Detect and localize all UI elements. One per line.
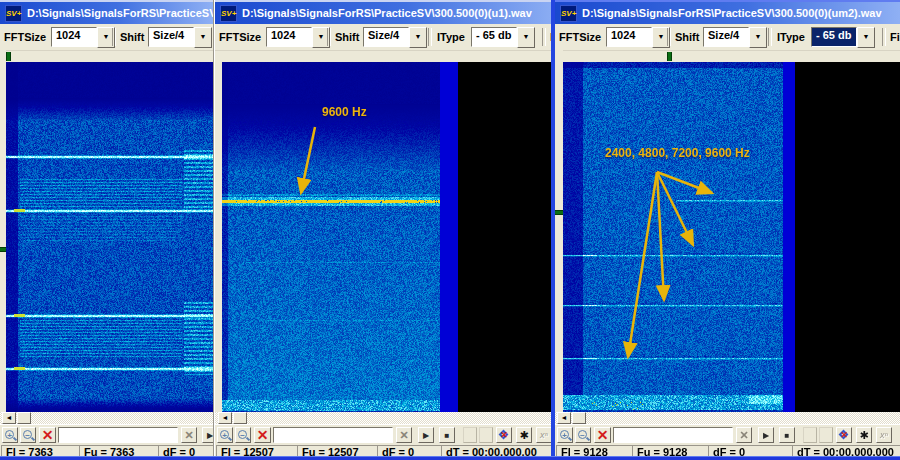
spectrogram-window-1: SV+ D:\Signals\SignalsForRS\PracticeSV\ …: [0, 0, 213, 457]
zoom-in-button[interactable]: +: [2, 427, 18, 443]
window-title: D:\Signals\SignalsForRS\PracticeSV\300.5…: [242, 7, 532, 19]
play-button[interactable]: ▶: [202, 427, 213, 443]
exponent-button[interactable]: xⁿ: [536, 427, 552, 443]
shift-value: Size/4: [703, 27, 749, 47]
clear-zoom-button[interactable]: ✕: [594, 427, 611, 443]
stop-button[interactable]: ■: [439, 427, 455, 443]
itype-combobox[interactable]: - 65 db ▼: [471, 27, 535, 46]
fftsize-combobox[interactable]: 1024 ▼: [266, 27, 330, 46]
toolbar-separator: [542, 28, 546, 46]
chevron-down-icon[interactable]: ▼: [409, 27, 427, 48]
star-marker-button[interactable]: ✱: [516, 427, 532, 443]
fftsize-label: FFTSize: [219, 31, 261, 43]
cut-selection-button[interactable]: ✕: [181, 427, 197, 443]
zoom-toolbar: + − ✕ ✕ ▶ ■ ✕ ✱ xⁿ: [215, 424, 560, 446]
fftsize-label: FFTSize: [4, 31, 46, 43]
shift-label: Shift: [675, 31, 699, 43]
itype-combobox[interactable]: - 65 db ▼: [811, 27, 875, 46]
scroll-left-button[interactable]: ◄: [557, 412, 571, 424]
play-button[interactable]: ▶: [418, 427, 434, 443]
toolbar: FFTSize 1024 ▼ Shift Size/4 ▼ IType - 65…: [215, 24, 560, 51]
zoom-in-icon: +: [218, 428, 232, 442]
titlebar[interactable]: SV+ D:\Signals\SignalsForRS\PracticeSV\3…: [215, 2, 560, 24]
cut-selection-button[interactable]: ✕: [396, 427, 412, 443]
zoom-in-button[interactable]: +: [217, 427, 233, 443]
left-gutter: [555, 50, 563, 412]
zoom-out-button[interactable]: −: [20, 427, 36, 443]
horizontal-scrollbar[interactable]: ◄: [0, 412, 213, 424]
app-icon: SV+: [560, 5, 577, 22]
titlebar[interactable]: SV+ D:\Signals\SignalsForRS\PracticeSV\: [0, 2, 213, 24]
app-icon: SV+: [5, 5, 22, 22]
blank-button[interactable]: [479, 427, 493, 443]
zoom-out-button[interactable]: −: [235, 427, 251, 443]
titlebar[interactable]: SV+ D:\Signals\SignalsForRS\PracticeSV\3…: [555, 2, 900, 24]
marker-target-button[interactable]: ✕: [496, 427, 512, 443]
chevron-down-icon[interactable]: ▼: [749, 27, 767, 48]
star-icon: ✱: [859, 429, 868, 441]
shift-label: Shift: [120, 31, 144, 43]
fftsize-value: 1024: [266, 27, 312, 47]
zoom-toolbar: + − ✕ ✕ ▶ ■ ✕ ✱ xⁿ: [555, 424, 900, 446]
toolbar: FFTSize 1024 ▼ Shift Size/4 ▼ IType - 65…: [555, 24, 900, 51]
zoom-out-icon: −: [576, 428, 590, 442]
scroll-left-button[interactable]: ◄: [2, 412, 16, 424]
itype-label: IType: [437, 31, 465, 43]
chevron-down-icon[interactable]: ▼: [517, 27, 535, 48]
clear-zoom-button[interactable]: ✕: [39, 427, 56, 443]
scroll-left-button[interactable]: ◄: [218, 412, 232, 424]
stop-button[interactable]: ■: [779, 427, 795, 443]
selection-field[interactable]: [613, 427, 733, 443]
shift-combobox[interactable]: Size/4 ▼: [703, 27, 767, 46]
star-marker-button[interactable]: ✱: [856, 427, 872, 443]
spectrogram-window-3: SV+ D:\Signals\SignalsForRS\PracticeSV\3…: [551, 0, 900, 457]
frequency-marker-tick: [6, 52, 11, 61]
zoom-in-button[interactable]: +: [557, 427, 573, 443]
shift-combobox[interactable]: Size/4 ▼: [363, 27, 427, 46]
blank-button[interactable]: [463, 427, 477, 443]
zoom-in-icon: +: [3, 428, 17, 442]
blank-button[interactable]: [803, 427, 817, 443]
fftsize-combobox[interactable]: 1024 ▼: [51, 27, 115, 46]
itype-label: IType: [777, 31, 805, 43]
marker-target-button[interactable]: ✕: [836, 427, 852, 443]
scrollbar-thumb[interactable]: [572, 412, 586, 424]
star-icon: ✱: [519, 429, 528, 441]
frequency-marker-tick: [555, 210, 563, 215]
fftsize-value: 1024: [51, 27, 97, 47]
cut-selection-button[interactable]: ✕: [736, 427, 752, 443]
zoom-toolbar: + − ✕ ✕ ▶: [0, 424, 213, 446]
spectrogram-canvas-1[interactable]: [6, 62, 213, 412]
shift-combobox[interactable]: Size/4 ▼: [148, 27, 212, 46]
spectrogram-canvas-3[interactable]: [563, 62, 795, 412]
frequency-marker-tick: [667, 52, 672, 61]
red-x-icon: ✕: [257, 427, 269, 443]
clear-zoom-button[interactable]: ✕: [254, 427, 271, 443]
chevron-down-icon[interactable]: ▼: [857, 27, 875, 48]
target-icon: ✕: [837, 428, 851, 442]
itype-value: - 65 db: [471, 27, 517, 47]
toolbar-separator: [882, 28, 886, 46]
window-title: D:\Signals\SignalsForRS\PracticeSV\300.5…: [582, 7, 882, 19]
spectrogram-empty-region: [795, 62, 900, 412]
horizontal-scrollbar[interactable]: ◄: [215, 412, 560, 424]
itype-value: - 65 db: [811, 27, 857, 47]
horizontal-scrollbar[interactable]: ◄: [555, 412, 900, 424]
play-button[interactable]: ▶: [758, 427, 774, 443]
zoom-out-button[interactable]: −: [575, 427, 591, 443]
stop-icon: ■: [445, 431, 450, 440]
chevron-down-icon[interactable]: ▼: [194, 27, 212, 48]
frequency-annotation-label: 2400, 4800, 7200, 9600 Hz: [605, 146, 750, 160]
zoom-out-icon: −: [236, 428, 250, 442]
scrollbar-thumb[interactable]: [17, 412, 31, 424]
x-superscript-icon: xⁿ: [880, 430, 888, 440]
red-x-icon: ✕: [42, 427, 54, 443]
spectrogram-window-2: SV+ D:\Signals\SignalsForRS\PracticeSV\3…: [215, 0, 560, 457]
selection-field[interactable]: [58, 427, 178, 443]
exponent-button[interactable]: xⁿ: [876, 427, 892, 443]
scrollbar-thumb[interactable]: [233, 412, 247, 424]
selection-field[interactable]: [273, 427, 393, 443]
shift-value: Size/4: [363, 27, 409, 47]
fftsize-combobox[interactable]: 1024 ▼: [606, 27, 670, 46]
blank-button[interactable]: [819, 427, 833, 443]
